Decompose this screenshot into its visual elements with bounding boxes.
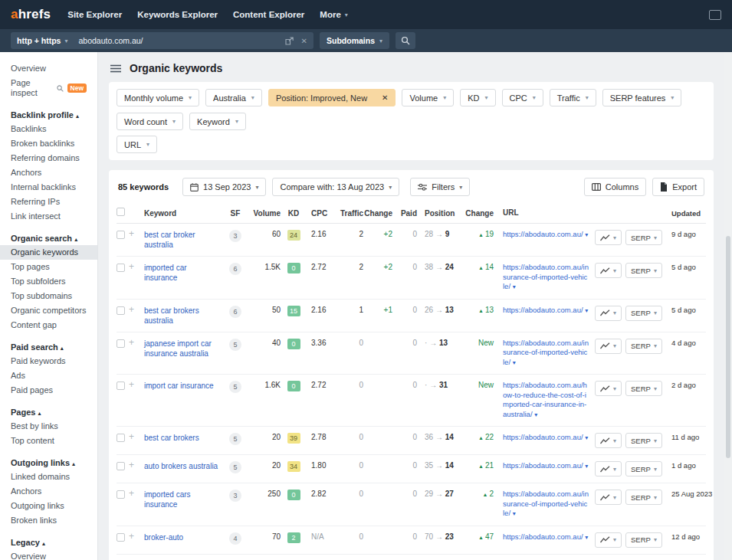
serp-button[interactable]: SERP ▾	[625, 490, 662, 505]
filter-word-count[interactable]: Word count▾	[117, 113, 183, 130]
caret-down-icon[interactable]: ▾	[585, 307, 588, 314]
serp-features-badge[interactable]: 3	[229, 230, 241, 242]
target-input[interactable]: http + https▾ abodauto.com.au/ ✕	[11, 32, 313, 49]
filter-url[interactable]: URL▾	[117, 136, 157, 153]
protocol-selector[interactable]: http + https▾	[17, 36, 67, 45]
header-sf[interactable]: SF	[224, 209, 247, 218]
sidebar-item-content-gap[interactable]: Content gap	[0, 318, 97, 332]
header-change[interactable]: Change	[363, 209, 392, 218]
add-to-list-icon[interactable]: +	[129, 433, 144, 441]
columns-button[interactable]: Columns	[584, 178, 646, 196]
add-to-list-icon[interactable]: +	[129, 230, 144, 238]
sidebar-item-link-intersect[interactable]: Link intersect	[0, 209, 97, 224]
filter-monthly-volume[interactable]: Monthly volume▾	[117, 89, 199, 106]
sidebar-item-top-subdomains[interactable]: Top subdomains	[0, 289, 97, 303]
add-to-list-icon[interactable]: +	[129, 381, 144, 389]
add-to-list-icon[interactable]: +	[129, 306, 144, 314]
sidebar-item-page-inspect[interactable]: Page inspectNew	[0, 76, 97, 100]
caret-down-icon[interactable]: ▾	[534, 411, 537, 418]
ahrefs-logo[interactable]: ahrefs	[11, 7, 51, 22]
row-checkbox[interactable]	[117, 339, 125, 348]
sidebar-item-backlinks[interactable]: Backlinks	[0, 122, 97, 136]
keyword-link[interactable]: best car brokers australia	[144, 306, 219, 326]
sidebar-item-anchors[interactable]: Anchors	[0, 165, 97, 180]
sidebar-item-referring-domains[interactable]: Referring domains	[0, 151, 97, 165]
header-volume[interactable]: Volume	[247, 209, 281, 218]
sidebar-item-overview[interactable]: Overview	[0, 549, 97, 560]
select-all-checkbox[interactable]	[117, 208, 125, 216]
remove-filter-icon[interactable]: ✕	[382, 93, 388, 102]
sidebar-item-anchors[interactable]: Anchors	[0, 484, 97, 499]
row-checkbox[interactable]	[117, 462, 125, 470]
sidebar-item-top-pages[interactable]: Top pages	[0, 260, 97, 274]
filter-traffic[interactable]: Traffic▾	[550, 89, 596, 106]
position-history-chart-button[interactable]: ▾	[595, 532, 622, 548]
scrollbar-thumb[interactable]	[726, 236, 730, 458]
position-history-chart-button[interactable]: ▾	[595, 263, 622, 278]
serp-features-badge[interactable]: 5	[229, 433, 241, 445]
url-link[interactable]: https://abodauto.com.au/	[503, 230, 583, 238]
filter-position-improved-new[interactable]: Position: Improved, New✕	[268, 89, 396, 106]
sidebar-item-paid-keywords[interactable]: Paid keywords	[0, 354, 97, 368]
add-to-list-icon[interactable]: +	[129, 490, 144, 498]
target-url-value[interactable]: abodauto.com.au/	[78, 36, 143, 45]
url-link[interactable]: https://abodauto.com.au/how-to-reduce-th…	[503, 381, 587, 418]
keyword-link[interactable]: imported cars insurance	[144, 490, 219, 509]
sidebar-item-broken-backlinks[interactable]: Broken backlinks	[0, 136, 97, 151]
caret-down-icon[interactable]: ▾	[585, 231, 588, 238]
add-to-list-icon[interactable]: +	[129, 263, 144, 271]
serp-button[interactable]: SERP ▾	[625, 433, 662, 448]
header-url[interactable]: URL	[494, 208, 589, 218]
filter-keyword[interactable]: Keyword▾	[189, 113, 246, 130]
keyword-link[interactable]: japanese import car insurance australia	[144, 339, 219, 359]
header-position[interactable]: Position	[417, 209, 463, 218]
header-position-change[interactable]: Change	[463, 209, 494, 218]
keyword-link[interactable]: broker-auto	[144, 532, 183, 542]
compare-date-button[interactable]: Compare with: 13 Aug 2023▾	[272, 178, 399, 196]
serp-features-badge[interactable]: 6	[229, 263, 241, 275]
position-history-chart-button[interactable]: ▾	[595, 306, 622, 321]
sidebar-item-internal-backlinks[interactable]: Internal backlinks	[0, 180, 97, 195]
url-link[interactable]: https://abodauto.com.au/	[503, 461, 583, 470]
filter-serp-features[interactable]: SERP features▾	[602, 89, 682, 106]
row-checkbox[interactable]	[117, 490, 125, 499]
sidebar-item-organic-competitors[interactable]: Organic competitors	[0, 303, 97, 318]
caret-down-icon[interactable]: ▾	[513, 510, 516, 517]
filter-volume[interactable]: Volume▾	[402, 89, 454, 106]
caret-down-icon[interactable]: ▾	[585, 534, 588, 541]
keyword-link[interactable]: import car insurance	[144, 381, 214, 391]
add-to-list-icon[interactable]: +	[129, 339, 144, 347]
serp-features-badge[interactable]: 4	[229, 532, 241, 545]
url-link[interactable]: https://abodauto.com.au/	[503, 306, 583, 314]
position-history-chart-button[interactable]: ▾	[595, 490, 622, 505]
sidebar-item-overview[interactable]: Overview	[0, 61, 97, 76]
position-history-chart-button[interactable]: ▾	[595, 381, 622, 396]
sidebar-item-ads[interactable]: Ads	[0, 368, 97, 383]
serp-button[interactable]: SERP ▾	[625, 306, 662, 321]
nav-site-explorer[interactable]: Site Explorer	[67, 10, 122, 19]
url-link[interactable]: https://abodauto.com.au/	[503, 433, 583, 441]
sidebar-item-broken-links[interactable]: Broken links	[0, 513, 97, 528]
serp-button[interactable]: SERP ▾	[625, 230, 662, 245]
row-checkbox[interactable]	[117, 533, 125, 542]
date-picker-button[interactable]: 13 Sep 2023▾	[182, 178, 266, 196]
open-in-new-icon[interactable]	[285, 37, 294, 45]
keyword-link[interactable]: best car broker australia	[144, 230, 219, 250]
row-checkbox[interactable]	[117, 382, 125, 390]
add-to-list-icon[interactable]: +	[129, 532, 144, 541]
serp-features-badge[interactable]: 3	[229, 490, 241, 502]
clear-input-icon[interactable]: ✕	[301, 37, 307, 45]
sidebar-section-organic-search[interactable]: Organic search ▴	[0, 231, 97, 245]
row-checkbox[interactable]	[117, 264, 125, 272]
header-traffic[interactable]: Traffic	[337, 209, 363, 218]
caret-down-icon[interactable]: ▾	[585, 434, 588, 441]
search-button[interactable]	[396, 32, 415, 49]
serp-features-badge[interactable]: 6	[229, 306, 241, 318]
sidebar-item-referring-ips[interactable]: Referring IPs	[0, 195, 97, 209]
filters-button[interactable]: Filters▾	[410, 178, 470, 196]
caret-down-icon[interactable]: ▾	[585, 463, 588, 470]
page-scrollbar[interactable]	[724, 52, 732, 560]
serp-button[interactable]: SERP ▾	[625, 339, 662, 354]
nav-more[interactable]: More ▾	[320, 10, 348, 19]
filter-cpc[interactable]: CPC▾	[502, 89, 543, 106]
